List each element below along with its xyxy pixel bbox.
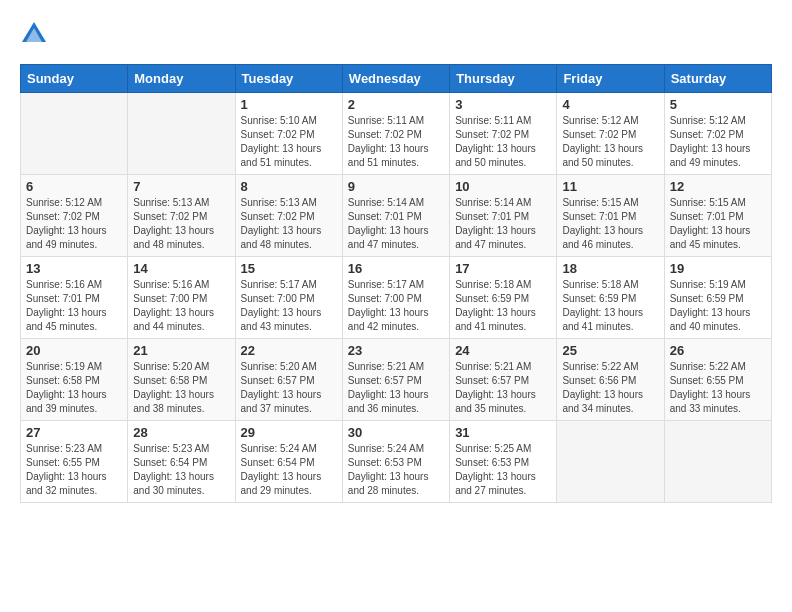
- sunset-text: Sunset: 7:00 PM: [348, 293, 422, 304]
- calendar-cell: 3 Sunrise: 5:11 AM Sunset: 7:02 PM Dayli…: [450, 93, 557, 175]
- day-info: Sunrise: 5:18 AM Sunset: 6:59 PM Dayligh…: [455, 278, 551, 334]
- daylight-text: Daylight: 13 hours and 37 minutes.: [241, 389, 322, 414]
- header-cell: Friday: [557, 65, 664, 93]
- calendar-cell: 12 Sunrise: 5:15 AM Sunset: 7:01 PM Dayl…: [664, 175, 771, 257]
- calendar-cell: 23 Sunrise: 5:21 AM Sunset: 6:57 PM Dayl…: [342, 339, 449, 421]
- day-number: 11: [562, 179, 658, 194]
- sunset-text: Sunset: 6:57 PM: [241, 375, 315, 386]
- day-number: 29: [241, 425, 337, 440]
- sunrise-text: Sunrise: 5:14 AM: [348, 197, 424, 208]
- daylight-text: Daylight: 13 hours and 48 minutes.: [133, 225, 214, 250]
- daylight-text: Daylight: 13 hours and 42 minutes.: [348, 307, 429, 332]
- sunset-text: Sunset: 6:57 PM: [348, 375, 422, 386]
- sunrise-text: Sunrise: 5:13 AM: [241, 197, 317, 208]
- day-number: 1: [241, 97, 337, 112]
- sunset-text: Sunset: 6:58 PM: [133, 375, 207, 386]
- sunset-text: Sunset: 7:02 PM: [133, 211, 207, 222]
- calendar-cell: 9 Sunrise: 5:14 AM Sunset: 7:01 PM Dayli…: [342, 175, 449, 257]
- day-number: 3: [455, 97, 551, 112]
- day-number: 13: [26, 261, 122, 276]
- day-info: Sunrise: 5:15 AM Sunset: 7:01 PM Dayligh…: [562, 196, 658, 252]
- calendar-cell: 27 Sunrise: 5:23 AM Sunset: 6:55 PM Dayl…: [21, 421, 128, 503]
- calendar-cell: 17 Sunrise: 5:18 AM Sunset: 6:59 PM Dayl…: [450, 257, 557, 339]
- day-number: 27: [26, 425, 122, 440]
- calendar-cell: 25 Sunrise: 5:22 AM Sunset: 6:56 PM Dayl…: [557, 339, 664, 421]
- calendar-cell: 5 Sunrise: 5:12 AM Sunset: 7:02 PM Dayli…: [664, 93, 771, 175]
- sunrise-text: Sunrise: 5:19 AM: [26, 361, 102, 372]
- calendar-cell: 6 Sunrise: 5:12 AM Sunset: 7:02 PM Dayli…: [21, 175, 128, 257]
- day-info: Sunrise: 5:19 AM Sunset: 6:59 PM Dayligh…: [670, 278, 766, 334]
- day-number: 8: [241, 179, 337, 194]
- day-info: Sunrise: 5:24 AM Sunset: 6:53 PM Dayligh…: [348, 442, 444, 498]
- day-info: Sunrise: 5:14 AM Sunset: 7:01 PM Dayligh…: [455, 196, 551, 252]
- day-info: Sunrise: 5:13 AM Sunset: 7:02 PM Dayligh…: [241, 196, 337, 252]
- daylight-text: Daylight: 13 hours and 44 minutes.: [133, 307, 214, 332]
- sunrise-text: Sunrise: 5:18 AM: [455, 279, 531, 290]
- day-info: Sunrise: 5:11 AM Sunset: 7:02 PM Dayligh…: [348, 114, 444, 170]
- calendar-cell: 24 Sunrise: 5:21 AM Sunset: 6:57 PM Dayl…: [450, 339, 557, 421]
- header-cell: Wednesday: [342, 65, 449, 93]
- day-info: Sunrise: 5:17 AM Sunset: 7:00 PM Dayligh…: [241, 278, 337, 334]
- day-number: 9: [348, 179, 444, 194]
- day-info: Sunrise: 5:16 AM Sunset: 7:00 PM Dayligh…: [133, 278, 229, 334]
- sunrise-text: Sunrise: 5:23 AM: [133, 443, 209, 454]
- day-number: 23: [348, 343, 444, 358]
- calendar-cell: 13 Sunrise: 5:16 AM Sunset: 7:01 PM Dayl…: [21, 257, 128, 339]
- header-cell: Thursday: [450, 65, 557, 93]
- sunrise-text: Sunrise: 5:22 AM: [562, 361, 638, 372]
- calendar-cell: 4 Sunrise: 5:12 AM Sunset: 7:02 PM Dayli…: [557, 93, 664, 175]
- sunset-text: Sunset: 6:53 PM: [455, 457, 529, 468]
- day-info: Sunrise: 5:20 AM Sunset: 6:58 PM Dayligh…: [133, 360, 229, 416]
- day-info: Sunrise: 5:17 AM Sunset: 7:00 PM Dayligh…: [348, 278, 444, 334]
- day-info: Sunrise: 5:12 AM Sunset: 7:02 PM Dayligh…: [670, 114, 766, 170]
- day-number: 14: [133, 261, 229, 276]
- sunrise-text: Sunrise: 5:23 AM: [26, 443, 102, 454]
- day-number: 7: [133, 179, 229, 194]
- sunrise-text: Sunrise: 5:21 AM: [348, 361, 424, 372]
- header-cell: Sunday: [21, 65, 128, 93]
- sunset-text: Sunset: 6:59 PM: [670, 293, 744, 304]
- calendar-cell: 8 Sunrise: 5:13 AM Sunset: 7:02 PM Dayli…: [235, 175, 342, 257]
- day-number: 18: [562, 261, 658, 276]
- calendar-cell: 11 Sunrise: 5:15 AM Sunset: 7:01 PM Dayl…: [557, 175, 664, 257]
- daylight-text: Daylight: 13 hours and 49 minutes.: [26, 225, 107, 250]
- daylight-text: Daylight: 13 hours and 35 minutes.: [455, 389, 536, 414]
- sunrise-text: Sunrise: 5:24 AM: [241, 443, 317, 454]
- calendar-cell: 31 Sunrise: 5:25 AM Sunset: 6:53 PM Dayl…: [450, 421, 557, 503]
- sunset-text: Sunset: 6:59 PM: [455, 293, 529, 304]
- calendar-week-row: 1 Sunrise: 5:10 AM Sunset: 7:02 PM Dayli…: [21, 93, 772, 175]
- sunrise-text: Sunrise: 5:25 AM: [455, 443, 531, 454]
- logo-icon: [20, 20, 48, 48]
- calendar-cell: [128, 93, 235, 175]
- sunset-text: Sunset: 7:01 PM: [455, 211, 529, 222]
- sunset-text: Sunset: 6:54 PM: [241, 457, 315, 468]
- day-info: Sunrise: 5:22 AM Sunset: 6:56 PM Dayligh…: [562, 360, 658, 416]
- day-info: Sunrise: 5:25 AM Sunset: 6:53 PM Dayligh…: [455, 442, 551, 498]
- calendar-cell: 7 Sunrise: 5:13 AM Sunset: 7:02 PM Dayli…: [128, 175, 235, 257]
- daylight-text: Daylight: 13 hours and 51 minutes.: [348, 143, 429, 168]
- sunset-text: Sunset: 7:01 PM: [670, 211, 744, 222]
- daylight-text: Daylight: 13 hours and 46 minutes.: [562, 225, 643, 250]
- sunrise-text: Sunrise: 5:15 AM: [562, 197, 638, 208]
- daylight-text: Daylight: 13 hours and 39 minutes.: [26, 389, 107, 414]
- sunset-text: Sunset: 7:02 PM: [562, 129, 636, 140]
- calendar-cell: 10 Sunrise: 5:14 AM Sunset: 7:01 PM Dayl…: [450, 175, 557, 257]
- day-info: Sunrise: 5:15 AM Sunset: 7:01 PM Dayligh…: [670, 196, 766, 252]
- daylight-text: Daylight: 13 hours and 45 minutes.: [26, 307, 107, 332]
- day-info: Sunrise: 5:18 AM Sunset: 6:59 PM Dayligh…: [562, 278, 658, 334]
- daylight-text: Daylight: 13 hours and 50 minutes.: [562, 143, 643, 168]
- day-number: 30: [348, 425, 444, 440]
- day-number: 10: [455, 179, 551, 194]
- header-cell: Monday: [128, 65, 235, 93]
- sunrise-text: Sunrise: 5:15 AM: [670, 197, 746, 208]
- sunrise-text: Sunrise: 5:12 AM: [26, 197, 102, 208]
- sunrise-text: Sunrise: 5:14 AM: [455, 197, 531, 208]
- sunrise-text: Sunrise: 5:12 AM: [670, 115, 746, 126]
- sunset-text: Sunset: 7:02 PM: [455, 129, 529, 140]
- sunset-text: Sunset: 6:59 PM: [562, 293, 636, 304]
- calendar-cell: 22 Sunrise: 5:20 AM Sunset: 6:57 PM Dayl…: [235, 339, 342, 421]
- daylight-text: Daylight: 13 hours and 43 minutes.: [241, 307, 322, 332]
- sunset-text: Sunset: 7:02 PM: [670, 129, 744, 140]
- daylight-text: Daylight: 13 hours and 47 minutes.: [455, 225, 536, 250]
- calendar-cell: [664, 421, 771, 503]
